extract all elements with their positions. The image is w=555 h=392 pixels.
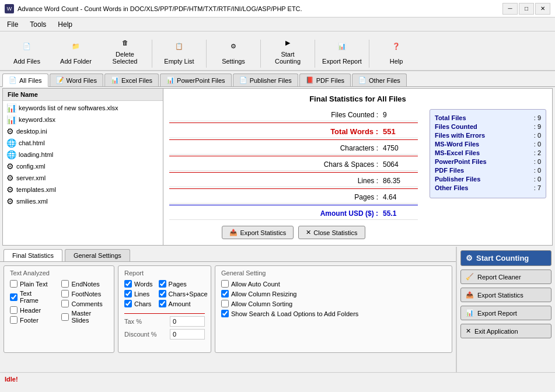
list-item[interactable]: ⚙ smilies.xml <box>4 195 162 207</box>
sr-files-errors: Files with Errors : 0 <box>435 132 541 139</box>
add-folder-button[interactable]: 📁 Add Folder <box>53 34 99 68</box>
chk-lines-input[interactable] <box>124 290 132 298</box>
add-files-button[interactable]: 📄 Add Files <box>4 34 50 68</box>
report-title: Report <box>124 270 205 276</box>
chk-endnotes-input[interactable] <box>61 280 69 288</box>
chk-master-slides-input[interactable] <box>61 313 69 321</box>
close-stats-icon: ✕ <box>306 229 311 236</box>
chk-master-slides: Master Slides <box>61 310 108 324</box>
tab-powerpoint-files[interactable]: 📊 PowerPoint Files <box>160 74 232 86</box>
word-files-icon: 📝 <box>56 76 64 84</box>
sidebar-exit-application-button[interactable]: ✕ Exit Application <box>460 324 551 338</box>
file-panel-header: File Name <box>3 89 163 101</box>
stat-row-amount: Amount USD ($) : 55.1 <box>169 208 418 220</box>
start-counting-button[interactable]: ▶ Start Counting <box>264 34 311 68</box>
minimize-button[interactable]: ─ <box>502 3 518 15</box>
chk-amount-input[interactable] <box>159 300 166 307</box>
chk-chars: Chars <box>124 300 153 307</box>
tab-bar: 📄 All Files 📝 Word Files 📊 Excel Files 📊… <box>0 71 555 87</box>
discount-row: Discount % <box>124 329 205 340</box>
status-bar: Idle! <box>0 372 555 385</box>
help-icon: ❓ <box>387 37 406 55</box>
chk-words-input[interactable] <box>124 280 132 288</box>
list-item[interactable]: ⚙ config.xml <box>4 160 162 172</box>
tab-excel-files[interactable]: 📊 Excel Files <box>104 74 159 86</box>
chk-chars-space-input[interactable] <box>159 290 166 298</box>
chk-footer-input[interactable] <box>10 316 18 324</box>
list-item[interactable]: ⚙ desktop.ini <box>4 125 162 137</box>
chk-chars-input[interactable] <box>124 300 132 307</box>
chk-show-search-load-input[interactable] <box>221 310 229 317</box>
tab-publisher-files[interactable]: 📄 Publisher Files <box>233 74 298 86</box>
html-file-icon: 🌐 <box>6 150 16 159</box>
ini-file-icon: ⚙ <box>6 127 14 136</box>
report-col2: Pages Chars+Space Amount <box>159 280 208 310</box>
xml-file-icon: ⚙ <box>6 162 14 171</box>
chk-header-input[interactable] <box>10 306 18 314</box>
tab-other-files[interactable]: 📄 Other Files <box>352 74 407 86</box>
publisher-files-icon: 📄 <box>239 76 247 84</box>
close-statistics-button[interactable]: ✕ Close Statistics <box>298 226 365 239</box>
excel-files-icon: 📊 <box>111 76 119 84</box>
sidebar-export-statistics-button[interactable]: 📤 Export Statistics <box>460 288 551 302</box>
chk-allow-auto-count-input[interactable] <box>221 280 229 288</box>
chk-header: Header <box>10 306 50 314</box>
chk-pages-input[interactable] <box>159 280 166 288</box>
chk-text-frame-input[interactable] <box>10 293 18 301</box>
menu-help[interactable]: Help <box>54 19 76 30</box>
export-statistics-button[interactable]: 📤 Export Statistics <box>222 226 294 239</box>
sidebar-start-counting-button[interactable]: ⚙ Start Counting <box>460 250 551 266</box>
excel-file-icon: 📊 <box>6 103 16 113</box>
sr-other-files: Other Files : 7 <box>435 184 541 191</box>
stat-row-lines: Lines : 86.35 <box>169 175 418 187</box>
chk-comments: Comments <box>61 300 108 307</box>
menu-file[interactable]: File <box>4 19 22 30</box>
empty-list-button[interactable]: 📋 Empty List <box>156 34 203 68</box>
tab-word-files[interactable]: 📝 Word Files <box>50 74 103 86</box>
list-item[interactable]: 📊 keywords list of new softwares.xlsx <box>4 102 162 114</box>
settings-button[interactable]: ⚙ Settings <box>210 34 257 68</box>
list-item[interactable]: 📊 keyword.xlsx <box>4 114 162 125</box>
sr-total-files: Total Files : 9 <box>435 114 541 121</box>
tab-pdf-files[interactable]: 📕 PDF Files <box>299 74 351 86</box>
chk-allow-column-sorting-input[interactable] <box>221 300 229 307</box>
list-item[interactable]: 🌐 chat.html <box>4 137 162 149</box>
tab-all-files[interactable]: 📄 All Files <box>2 74 48 87</box>
sidebar-start-counting-icon: ⚙ <box>466 254 473 262</box>
sidebar-report-cleaner-icon: 🧹 <box>466 273 474 281</box>
chk-footnotes: FootNotes <box>61 290 108 298</box>
help-button[interactable]: ❓ Help <box>373 34 420 68</box>
menu-tools[interactable]: Tools <box>26 19 50 30</box>
stat-row-chars-spaces: Chars & Spaces : 5064 <box>169 159 418 171</box>
delete-selected-button[interactable]: 🗑 Delete Selected <box>102 34 148 68</box>
start-counting-icon: ▶ <box>278 37 297 48</box>
discount-input[interactable] <box>170 329 205 340</box>
list-item[interactable]: 🌐 loading.html <box>4 149 162 160</box>
toolbar-separator-2 <box>206 40 207 68</box>
chk-allow-column-resizing-input[interactable] <box>221 290 229 298</box>
chk-plain-text: Plain Text <box>10 280 50 288</box>
tab-general-settings[interactable]: General Settings <box>65 249 130 261</box>
chk-plain-text-input[interactable] <box>10 280 18 288</box>
close-button[interactable]: ✕ <box>535 3 550 15</box>
sidebar-export-report-button[interactable]: 📊 Export Report <box>460 306 551 320</box>
list-item[interactable]: ⚙ server.xml <box>4 172 162 184</box>
text-analyzed-col2: EndNotes FootNotes Comments Master <box>61 280 108 326</box>
app-icon: W <box>5 4 14 13</box>
tax-input[interactable] <box>170 316 205 327</box>
maximize-button[interactable]: □ <box>519 3 534 15</box>
tab-final-statistics[interactable]: Final Statistics <box>4 249 62 261</box>
sidebar-report-cleaner-button[interactable]: 🧹 Report Cleaner <box>460 270 551 284</box>
bottom-content: Text Analyzed Plain Text Text Frame <box>0 262 456 361</box>
list-item[interactable]: ⚙ templates.xml <box>4 184 162 195</box>
chk-comments-input[interactable] <box>61 300 69 307</box>
sidebar-exit-icon: ✕ <box>466 327 471 335</box>
all-files-icon: 📄 <box>9 76 17 84</box>
window-title: Advance Word Count - Count Words in DOC/… <box>18 5 502 12</box>
pdf-files-icon: 📕 <box>306 76 314 84</box>
discount-label: Discount % <box>124 331 165 338</box>
chk-footnotes-input[interactable] <box>61 290 69 298</box>
stats-right-table: Total Files : 9 Files Counted : 9 Files … <box>430 109 546 198</box>
export-report-toolbar-button[interactable]: 📊 Export Report <box>319 34 365 68</box>
toolbar-separator-4 <box>315 40 315 68</box>
